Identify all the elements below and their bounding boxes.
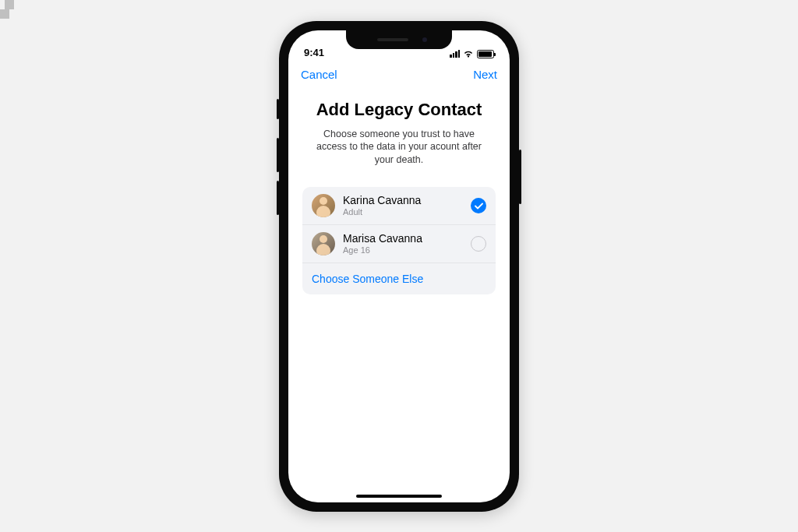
status-time: 9:41 <box>304 47 343 58</box>
status-icons <box>450 50 494 58</box>
phone-side-button <box>277 181 279 215</box>
nav-bar: Cancel Next <box>288 62 510 87</box>
contact-info: Karina Cavanna Adult <box>343 194 471 217</box>
phone-side-button <box>277 138 279 172</box>
phone-side-button <box>519 150 521 204</box>
decorative-corner <box>0 0 23 23</box>
contact-row-karina[interactable]: Karina Cavanna Adult <box>302 187 496 225</box>
phone-notch <box>346 30 452 49</box>
phone-frame: 9:41 Cancel Next Add Legacy Contact <box>279 21 519 512</box>
phone-side-button <box>277 99 279 119</box>
phone-screen: 9:41 Cancel Next Add Legacy Contact <box>288 30 510 502</box>
signal-icon <box>450 50 460 58</box>
contact-info: Marisa Cavanna Age 16 <box>343 232 471 255</box>
choose-someone-else-button[interactable]: Choose Someone Else <box>302 263 496 294</box>
next-button[interactable]: Next <box>473 68 497 81</box>
contact-subtext: Age 16 <box>343 245 471 255</box>
cancel-button[interactable]: Cancel <box>301 68 337 81</box>
battery-icon <box>477 50 494 58</box>
contact-subtext: Adult <box>343 207 471 217</box>
contact-row-marisa[interactable]: Marisa Cavanna Age 16 <box>302 225 496 263</box>
contact-name: Karina Cavanna <box>343 194 471 207</box>
avatar <box>312 232 335 255</box>
page-title: Add Legacy Contact <box>302 100 496 120</box>
contact-name: Marisa Cavanna <box>343 232 471 245</box>
wifi-icon <box>463 50 474 58</box>
checkmark-selected-icon[interactable] <box>471 198 486 213</box>
page-subtitle: Choose someone you trust to have access … <box>302 128 496 167</box>
content: Add Legacy Contact Choose someone you tr… <box>288 87 510 295</box>
avatar <box>312 194 335 217</box>
contacts-card: Karina Cavanna Adult Marisa Cavanna Age … <box>302 187 496 294</box>
home-indicator[interactable] <box>356 495 442 498</box>
radio-unselected-icon[interactable] <box>471 236 486 252</box>
